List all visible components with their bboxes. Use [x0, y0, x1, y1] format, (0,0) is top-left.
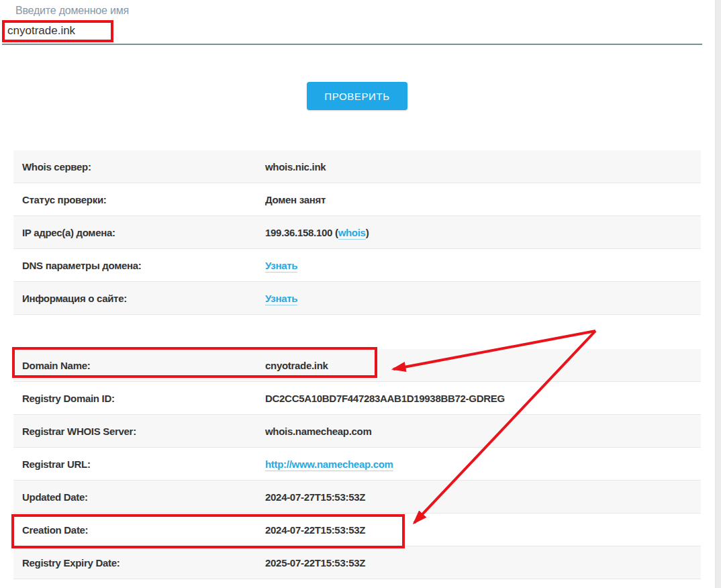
- row-value: 2025-07-22T15:53:53Z: [265, 557, 701, 569]
- domain-input[interactable]: [2, 20, 702, 45]
- row-label: Whois сервер:: [22, 161, 265, 173]
- whois-link[interactable]: whois: [338, 227, 366, 240]
- row-label: Registry Expiry Date:: [22, 557, 265, 569]
- table-row-domain-name: Domain Name: cnyotrade.ink: [13, 349, 701, 382]
- table-row-whois-server: Whois сервер: whois.nic.ink: [13, 150, 701, 183]
- row-value: http://www.namecheap.com: [265, 458, 701, 470]
- registrar-url-link[interactable]: http://www.namecheap.com: [265, 458, 393, 471]
- row-value: Узнать: [265, 260, 701, 271]
- site-info-learn-link[interactable]: Узнать: [265, 293, 297, 305]
- table-row-updated-date: Updated Date: 2024-07-27T15:53:53Z: [13, 481, 701, 513]
- vertical-scrollbar[interactable]: [715, 0, 721, 588]
- table-row-registry-domain-id: Registry Domain ID: DC2CC5A10BD7F447283A…: [13, 382, 701, 415]
- check-results-table: Whois сервер: whois.nic.ink Статус прове…: [13, 150, 701, 315]
- table-row-check-status: Статус проверки: Домен занят: [13, 183, 701, 216]
- check-button[interactable]: ПРОВЕРИТЬ: [307, 82, 407, 110]
- table-row-site-info: Информация о сайте: Узнать: [13, 282, 701, 315]
- row-label: DNS параметры домена:: [22, 260, 265, 271]
- table-row-dns-params: DNS параметры домена: Узнать: [13, 249, 701, 282]
- row-label: Информация о сайте:: [22, 293, 265, 304]
- table-row-registrar-whois-server: Registrar WHOIS Server: whois.namecheap.…: [13, 415, 701, 448]
- row-value: 199.36.158.100 (whois): [265, 227, 701, 238]
- row-label: Registry Domain ID:: [22, 393, 265, 404]
- domain-input-label: Введите доменное имя: [15, 5, 129, 17]
- dns-learn-link[interactable]: Узнать: [265, 260, 297, 273]
- row-value: whois.nic.ink: [265, 161, 701, 173]
- row-label: Статус проверки:: [22, 194, 265, 205]
- row-value: Узнать: [265, 293, 701, 304]
- table-row-registry-expiry-date: Registry Expiry Date: 2025-07-22T15:53:5…: [13, 546, 701, 579]
- ip-value-suffix: ): [366, 227, 369, 238]
- row-value: 2024-07-22T15:53:53Z: [265, 524, 701, 536]
- row-label: IP адрес(а) домена:: [22, 227, 265, 238]
- row-value: Домен занят: [265, 194, 701, 205]
- row-value: DC2CC5A10BD7F447283AAB1D19938BB72-GDREG: [265, 393, 701, 404]
- whois-record-table: Domain Name: cnyotrade.ink Registry Doma…: [13, 349, 701, 579]
- table-row-registrar-url: Registrar URL: http://www.namecheap.com: [13, 448, 701, 481]
- row-label: Updated Date:: [22, 491, 265, 503]
- row-label: Registrar WHOIS Server:: [22, 426, 265, 437]
- row-label: Domain Name:: [22, 360, 265, 371]
- row-value: cnyotrade.ink: [265, 360, 701, 371]
- table-row-ip-address: IP адрес(а) домена: 199.36.158.100 (whoi…: [13, 216, 701, 249]
- table-row-creation-date: Creation Date: 2024-07-22T15:53:53Z: [13, 513, 701, 546]
- row-value: whois.namecheap.com: [265, 426, 701, 437]
- ip-value-prefix: 199.36.158.100 (: [265, 227, 338, 238]
- row-value: 2024-07-27T15:53:53Z: [265, 491, 701, 503]
- row-label: Registrar URL:: [22, 458, 265, 470]
- row-label: Creation Date:: [22, 524, 265, 536]
